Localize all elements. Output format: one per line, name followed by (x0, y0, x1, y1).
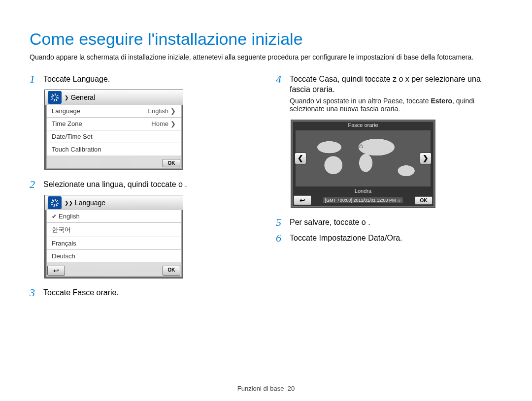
row-label: Touch Calibration (52, 146, 101, 153)
step-2: 2 Selezionate una lingua, quindi toccate… (30, 179, 256, 190)
step-6: 6 Toccate Impostazione Data/Ora. (276, 233, 502, 244)
screen-title: Language (75, 199, 105, 207)
tz-location: Londra (292, 187, 434, 194)
step-number: 6 (276, 233, 285, 244)
world-map[interactable]: ⌂ ❮ ❯ (296, 130, 431, 186)
option-label: Deutsch (52, 252, 75, 260)
gear-icon (48, 91, 62, 104)
step-text: Toccate Casa, quindi toccate z o x per s… (290, 74, 502, 95)
gear-icon (48, 196, 62, 209)
row-label: Language (52, 107, 80, 115)
row-label: Date/Time Set (52, 133, 93, 140)
language-select-screen: ❯❯ Language ✔English 한국어 Français Deutsc… (44, 195, 183, 278)
chevron-right-icon: ❯ (170, 120, 176, 127)
page-number: 20 (288, 385, 295, 392)
right-column: 4 Toccate Casa, quindi toccate z o x per… (276, 71, 502, 303)
screen-header: ❯❯ Language (45, 195, 183, 210)
step-text: Toccate Fasce orarie. (43, 287, 119, 298)
row-value: Home❯ (151, 120, 176, 127)
arrow-right-button[interactable]: ❯ (420, 153, 432, 164)
page-footer: Funzioni di base 20 (0, 385, 532, 392)
option-label: 한국어 (52, 225, 71, 234)
setting-row-timezone[interactable]: Time Zone Home❯ (47, 118, 181, 130)
setting-row-datetime[interactable]: Date/Time Set (47, 130, 181, 143)
ok-button[interactable]: OK (163, 159, 180, 167)
left-column: 1 Toccate Language. ❯ General Language E… (30, 71, 256, 303)
ok-button[interactable]: OK (163, 266, 180, 276)
tz-title: Fasce orarie (292, 121, 434, 129)
option-label: Français (52, 240, 76, 247)
home-icon: ⌂ (359, 142, 363, 150)
step-text: Per salvare, toccate o . (290, 217, 370, 228)
timezone-screen: Fasce orarie ⌂ ❮ ❯ Londra ↩ [GMT +00:00]… (291, 120, 435, 208)
step-5: 5 Per salvare, toccate o . (276, 217, 502, 228)
step-text: Toccate Impostazione Data/Ora. (290, 233, 402, 244)
lang-option-english[interactable]: ✔English (47, 210, 181, 223)
step-text: Toccate Language. (43, 74, 110, 85)
page-title: Come eseguire l'installazione iniziale (30, 30, 502, 49)
step-3: 3 Toccate Fasce orarie. (30, 287, 256, 298)
row-value: English❯ (147, 107, 176, 115)
screen-header: ❯ General (45, 90, 183, 105)
ok-button[interactable]: OK (415, 196, 432, 205)
tz-datetime: [GMT +00:00] 2011/01/01 12:00 PM ☼ (323, 197, 403, 203)
back-button[interactable]: ↩ (294, 195, 311, 205)
footer-label: Funzioni di base (237, 385, 284, 392)
screen-title: General (70, 93, 95, 101)
step-number: 2 (30, 179, 38, 190)
step-number: 1 (30, 74, 38, 85)
chevron-icon: ❯ (65, 93, 68, 101)
lang-option-korean[interactable]: 한국어 (47, 223, 181, 237)
lang-option-german[interactable]: Deutsch (47, 250, 181, 262)
step-1: 1 Toccate Language. (30, 74, 256, 85)
step-number: 4 (276, 74, 285, 85)
option-label: English (59, 213, 80, 220)
back-button[interactable]: ↩ (47, 266, 65, 276)
chevron-right-icon: ❯ (170, 107, 176, 115)
general-settings-screen: ❯ General Language English❯ Time Zone Ho… (44, 90, 183, 170)
setting-row-language[interactable]: Language English❯ (47, 105, 181, 118)
step-number: 3 (30, 287, 38, 298)
step-number: 5 (276, 217, 285, 228)
setting-row-touch-calib[interactable]: Touch Calibration (47, 143, 181, 155)
lang-option-french[interactable]: Français (47, 237, 181, 250)
step-note: Quando vi spostate in un altro Paese, to… (290, 97, 502, 113)
check-icon: ✔ (52, 213, 57, 220)
row-label: Time Zone (52, 120, 82, 127)
chevron-icon: ❯❯ (65, 199, 73, 207)
intro-paragraph: Quando appare la schermata di installazi… (30, 53, 502, 62)
arrow-left-button[interactable]: ❮ (295, 153, 306, 164)
step-text: Selezionate una lingua, quindi toccate o… (43, 179, 187, 190)
step-4: 4 Toccate Casa, quindi toccate z o x per… (276, 74, 502, 113)
